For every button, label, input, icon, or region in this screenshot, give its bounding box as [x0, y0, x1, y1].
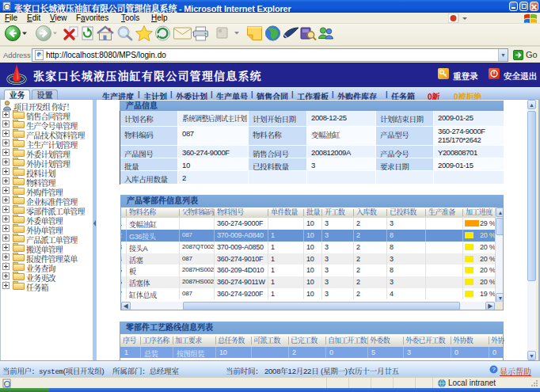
svg-text:?: ?	[492, 366, 496, 373]
